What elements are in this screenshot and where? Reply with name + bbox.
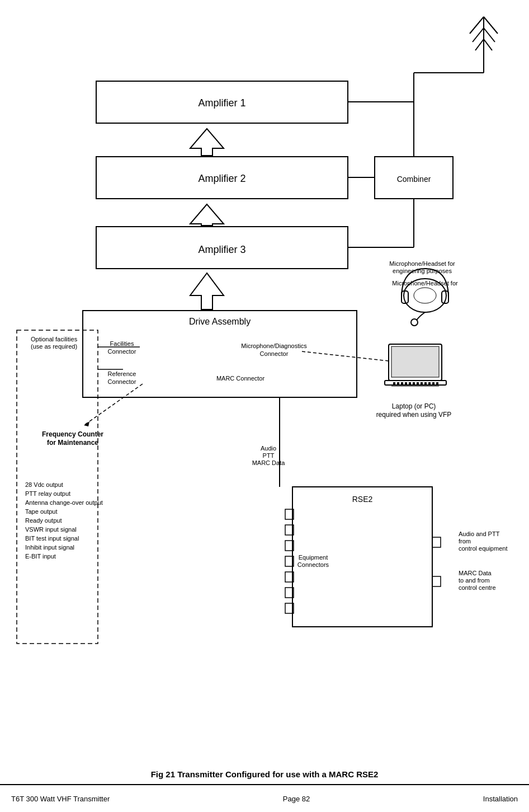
svg-text:MARC Data: MARC Data (252, 459, 286, 466)
svg-rect-48 (401, 382, 403, 384)
svg-rect-53 (421, 382, 423, 384)
svg-text:Frequency Counter: Frequency Counter (42, 430, 103, 438)
svg-text:Optional facilities: Optional facilities (31, 336, 78, 342)
svg-text:MARC Connector: MARC Connector (216, 375, 265, 382)
svg-text:to and from: to and from (459, 577, 490, 584)
svg-rect-50 (409, 382, 411, 384)
svg-rect-51 (413, 382, 415, 384)
svg-rect-73 (432, 576, 441, 586)
svg-point-38 (411, 319, 418, 326)
svg-text:Amplifier 1: Amplifier 1 (198, 97, 245, 109)
footer-right: Installation (483, 795, 518, 803)
footer-center: Page 82 (283, 795, 310, 803)
svg-point-35 (414, 288, 436, 303)
svg-line-5 (475, 39, 484, 50)
svg-line-4 (484, 28, 495, 42)
svg-text:MARC Data: MARC Data (459, 570, 492, 576)
svg-text:PTT relay output: PTT relay output (25, 490, 70, 497)
svg-text:Antenna change-over output: Antenna change-over output (25, 499, 103, 506)
svg-rect-72 (432, 537, 441, 547)
svg-text:Connector: Connector (108, 378, 136, 385)
svg-text:Connector: Connector (260, 350, 289, 357)
svg-text:required when using VFP: required when using VFP (376, 411, 452, 419)
svg-text:Inhibit input signal: Inhibit input signal (25, 544, 74, 551)
svg-rect-47 (397, 382, 399, 384)
svg-text:engineering purposes: engineering purposes (393, 267, 452, 274)
svg-line-3 (473, 28, 484, 42)
svg-marker-22 (190, 129, 224, 156)
svg-text:(use as required): (use as required) (31, 343, 77, 350)
svg-rect-52 (417, 382, 419, 384)
svg-text:Combiner: Combiner (397, 175, 431, 184)
svg-text:E-BIT input: E-BIT input (25, 553, 56, 560)
svg-text:Amplifier 3: Amplifier 3 (198, 244, 245, 255)
svg-rect-54 (424, 382, 427, 384)
svg-text:Microphone/Diagnostics: Microphone/Diagnostics (241, 342, 307, 349)
svg-text:Equipment: Equipment (299, 554, 328, 561)
svg-text:PTT: PTT (263, 452, 275, 459)
svg-text:Microphone/Headset for: Microphone/Headset for (389, 260, 455, 267)
svg-text:Laptop (or PC): Laptop (or PC) (392, 402, 436, 410)
svg-line-6 (484, 39, 492, 50)
svg-text:BIT test input signal: BIT test input signal (25, 535, 79, 542)
svg-rect-46 (393, 382, 395, 384)
svg-text:RSE2: RSE2 (352, 495, 373, 504)
svg-text:Facilities: Facilities (110, 340, 134, 347)
svg-text:Connectors: Connectors (297, 561, 329, 568)
svg-text:28 Vdc output: 28 Vdc output (25, 481, 63, 488)
footer-left: T6T 300 Watt VHF Transmitter (11, 795, 110, 803)
svg-rect-56 (432, 382, 434, 384)
svg-rect-55 (428, 382, 431, 384)
svg-text:control centre: control centre (459, 584, 496, 591)
svg-text:Tape output: Tape output (25, 508, 58, 515)
svg-text:VSWR input signal: VSWR input signal (25, 526, 77, 533)
svg-marker-24 (190, 273, 224, 309)
svg-text:from: from (459, 538, 471, 545)
svg-text:Microphone/Headset for: Microphone/Headset for (392, 280, 458, 287)
svg-text:Reference: Reference (108, 370, 136, 377)
svg-rect-49 (405, 382, 407, 384)
svg-text:Ready output: Ready output (25, 517, 62, 524)
svg-text:for Maintenance: for Maintenance (47, 439, 98, 447)
svg-text:Drive Assembly: Drive Assembly (189, 317, 251, 326)
svg-text:Audio: Audio (261, 445, 276, 452)
svg-text:Connector: Connector (108, 348, 136, 355)
caption-text: Fig 21 Transmitter Configured for use wi… (151, 769, 379, 779)
svg-rect-43 (391, 346, 439, 377)
svg-rect-57 (436, 382, 438, 384)
svg-marker-87 (84, 421, 89, 426)
svg-text:control equipment: control equipment (459, 545, 507, 552)
figure-caption: Fig 21 Transmitter Configured for use wi… (0, 765, 529, 781)
svg-marker-23 (190, 204, 224, 226)
svg-text:Amplifier 2: Amplifier 2 (198, 173, 245, 184)
svg-text:Audio and PTT: Audio and PTT (459, 531, 500, 537)
